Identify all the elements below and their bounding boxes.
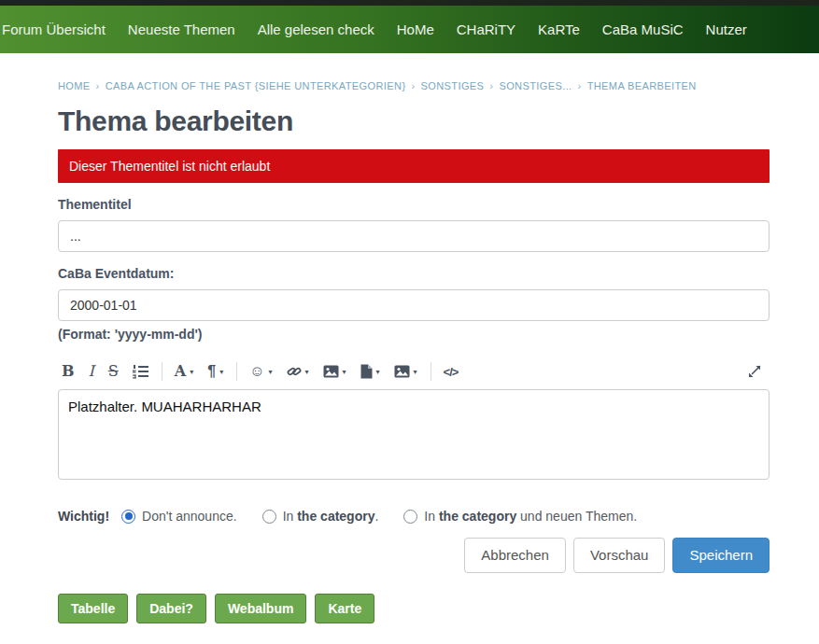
main-content: HOME › CABA ACTION OF THE PAST {SIEHE UN… [58, 80, 770, 623]
tool-buttons: Tabelle Dabei? Webalbum Karte [58, 594, 770, 623]
option-label: In the category und neuen Themen. [424, 509, 637, 524]
option-in-category[interactable]: In the category. [262, 509, 379, 524]
preview-button[interactable]: Vorschau [573, 538, 666, 573]
karte-tool-button[interactable]: Karte [315, 594, 374, 623]
radio-dont-announce[interactable] [121, 510, 135, 524]
paragraph-icon: ¶ [207, 364, 216, 379]
picture-upload-button[interactable]: ▾ [390, 359, 421, 384]
cancel-button[interactable]: Abbrechen [464, 538, 566, 573]
option-text: Don't announce. [142, 509, 237, 524]
bold-button[interactable]: B [58, 359, 78, 384]
chevron-down-icon: ▾ [219, 368, 223, 376]
picture-button[interactable]: ▾ [319, 359, 350, 384]
toolbar-separator [431, 362, 431, 381]
breadcrumb-separator: › [96, 80, 100, 91]
option-dont-announce[interactable]: Don't announce. [121, 509, 237, 524]
date-field-label: CaBa Eventdatum: [58, 266, 770, 281]
breadcrumb-separator: › [411, 80, 415, 91]
chevron-down-icon: ▾ [343, 368, 346, 376]
link-button[interactable]: ▾ [283, 359, 313, 384]
file-icon [360, 364, 373, 379]
radio-in-category[interactable] [262, 510, 276, 524]
option-label: In the category. [283, 509, 379, 524]
bold-icon: B [62, 364, 75, 379]
link-icon [287, 364, 302, 379]
expand-diagonal-icon [747, 364, 762, 379]
italic-button[interactable]: I [85, 359, 98, 384]
page-title: Thema bearbeiten [58, 105, 770, 137]
picture-icon [394, 365, 410, 378]
error-alert-message: Dieser Thementitel ist nicht erlaubt [69, 159, 270, 174]
paragraph-button[interactable]: ¶ ▾ [204, 359, 227, 384]
post-body-textarea[interactable]: Platzhalter. MUAHARHARHAR [58, 389, 770, 480]
expand-composer-button[interactable] [743, 359, 766, 384]
chevron-down-icon: ▾ [305, 368, 309, 376]
nav-item-caba-music[interactable]: CaBa MuSiC [602, 21, 684, 37]
table-tool-button[interactable]: Tabelle [58, 594, 128, 623]
option-text-bold: the category [297, 509, 374, 524]
option-text-bold: the category [439, 509, 516, 524]
ordered-list-icon [133, 364, 148, 379]
nav-item-neueste-themen[interactable]: Neueste Themen [128, 21, 235, 37]
date-format-note: (Format: 'yyyy-mm-dd') [58, 327, 770, 342]
option-text: und neuen Themen. [516, 509, 637, 524]
ordered-list-button[interactable] [129, 359, 152, 384]
nav-item-karte[interactable]: KaRTe [538, 21, 580, 37]
announce-label: Wichtig! [58, 509, 109, 524]
option-label: Don't announce. [142, 509, 237, 524]
nav-item-forum-uebersicht[interactable]: Forum Übersicht [2, 21, 106, 37]
nav-item-alle-gelesen-check[interactable]: Alle gelesen check [258, 21, 374, 37]
error-alert: Dieser Thementitel ist nicht erlaubt [58, 149, 770, 183]
picture-icon [323, 365, 339, 378]
smiley-button[interactable]: ☺ ▾ [246, 359, 275, 384]
chevron-down-icon: ▾ [190, 368, 193, 376]
breadcrumb-topic[interactable]: SONSTIGES... [499, 80, 572, 91]
breadcrumb-current: THEMA BEARBEITEN [587, 80, 697, 91]
toolbar-separator [236, 362, 237, 381]
file-upload-button[interactable]: ▾ [357, 359, 384, 384]
title-input[interactable] [58, 220, 770, 252]
breadcrumb-separator: › [578, 80, 582, 91]
top-nav: Forum Übersicht Neueste Themen Alle gele… [0, 6, 819, 53]
nav-item-home[interactable]: HoMe [397, 21, 434, 37]
title-field-group: Thementitel [58, 197, 770, 252]
italic-icon: I [89, 364, 94, 379]
breadcrumb-home[interactable]: HOME [58, 80, 91, 91]
code-icon: </> [444, 366, 459, 378]
composer-toolbar: B I S A ▾ [58, 357, 770, 385]
smiley-icon: ☺ [249, 364, 264, 379]
announce-options: Wichtig! Don't announce. In the category… [58, 509, 770, 524]
font-color-button[interactable]: A ▾ [171, 359, 197, 384]
event-date-input[interactable] [58, 289, 770, 321]
breadcrumb: HOME › CABA ACTION OF THE PAST {SIEHE UN… [58, 80, 770, 91]
date-field-group: CaBa Eventdatum: (Format: 'yyyy-mm-dd') [58, 266, 770, 342]
code-button[interactable]: </> [440, 359, 462, 384]
breadcrumb-subcategory[interactable]: SONSTIGES [421, 80, 485, 91]
webalbum-tool-button[interactable]: Webalbum [215, 594, 307, 623]
nav-item-charity[interactable]: CHaRiTY [457, 21, 515, 37]
toolbar-separator [162, 362, 162, 381]
composer: B I S A ▾ [58, 357, 770, 483]
strikethrough-icon: S [108, 364, 119, 379]
option-text: In [424, 509, 439, 524]
breadcrumb-separator: › [489, 80, 493, 91]
option-text: . [374, 509, 378, 524]
action-buttons: Abbrechen Vorschau Speichern [58, 538, 770, 573]
strikethrough-button[interactable]: S [105, 359, 122, 384]
font-icon: A [175, 364, 186, 379]
chevron-down-icon: ▾ [414, 368, 417, 376]
breadcrumb-category[interactable]: CABA ACTION OF THE PAST {SIEHE UNTERKATE… [106, 80, 406, 91]
option-in-category-and-new[interactable]: In the category und neuen Themen. [403, 509, 637, 524]
radio-in-category-and-new[interactable] [403, 510, 417, 524]
nav-item-nutzer[interactable]: Nutzer [706, 21, 747, 37]
save-button[interactable]: Speichern [672, 538, 770, 573]
chevron-down-icon: ▾ [376, 368, 380, 376]
title-field-label: Thementitel [58, 197, 770, 212]
option-text: In [283, 509, 298, 524]
chevron-down-icon: ▾ [269, 368, 273, 376]
dabei-tool-button[interactable]: Dabei? [136, 594, 206, 623]
